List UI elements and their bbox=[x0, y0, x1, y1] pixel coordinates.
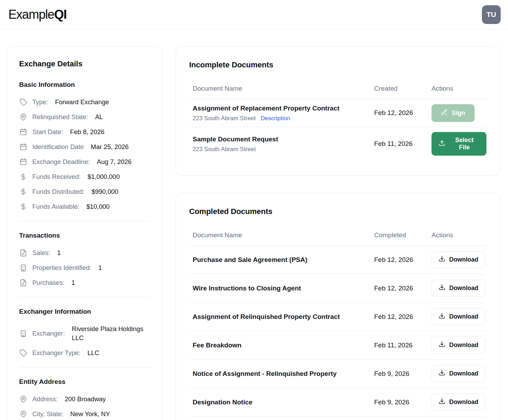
download-button-label: Download bbox=[449, 370, 478, 377]
table-row: Wire Instructions to Closing Agent Feb 1… bbox=[189, 274, 486, 303]
app-logo-bold: QI bbox=[54, 7, 67, 22]
detail-label: Start Date: bbox=[32, 127, 63, 137]
section-divider bbox=[19, 297, 150, 297]
detail-value: 1 bbox=[72, 278, 75, 287]
building-icon bbox=[19, 329, 27, 338]
download-button-label: Download bbox=[449, 285, 478, 292]
detail-item-funds-received: Funds Received: $1,000,000 bbox=[19, 172, 150, 181]
select-file-button-label: Select File bbox=[449, 137, 479, 151]
map-pin-icon bbox=[19, 410, 27, 418]
calendar-icon bbox=[19, 143, 27, 151]
document-name: Assignment of Replacement Property Contr… bbox=[193, 104, 374, 113]
detail-label: Sales: bbox=[32, 248, 50, 257]
detail-item-address: Address: 200 Broadway bbox=[19, 395, 150, 404]
upload-icon bbox=[438, 140, 445, 148]
download-button[interactable]: Download bbox=[432, 280, 485, 297]
section-heading-entity-address: Entity Address bbox=[19, 378, 150, 386]
document-name: Notice of Assignment - Relinquished Prop… bbox=[193, 369, 374, 378]
avatar[interactable]: TU bbox=[482, 5, 501, 24]
detail-value: $990,000 bbox=[91, 187, 118, 196]
document-name: Sample Document Request bbox=[193, 135, 374, 144]
document-name: Purchase and Sale Agreement (PSA) bbox=[193, 255, 374, 264]
completed-date: Feb 12, 2026 bbox=[374, 285, 432, 292]
detail-label: Identification Date bbox=[32, 142, 84, 151]
completed-documents-card: Completed Documents Document Name Comple… bbox=[176, 193, 500, 420]
document-name: Designation Notice bbox=[193, 398, 374, 407]
detail-value: Aug 7, 2026 bbox=[97, 157, 132, 166]
detail-value: Riverside Plaza Holdings LLC bbox=[72, 324, 150, 343]
detail-item-purchases: Purchases: 1 bbox=[19, 278, 150, 287]
table-row: Sample Document Request 223 South Abram … bbox=[189, 127, 486, 160]
description-link[interactable]: Description bbox=[260, 115, 290, 122]
document-name: Wire Instructions to Closing Agent bbox=[193, 284, 374, 293]
detail-value: LLC bbox=[88, 348, 99, 357]
map-pin-icon bbox=[19, 395, 27, 403]
detail-item-sales: Sales: 1 bbox=[19, 248, 150, 257]
document-address: 223 South Abram Street bbox=[193, 115, 256, 122]
completed-documents-title: Completed Documents bbox=[189, 207, 486, 216]
table-row: Purchase and Sale Agreement (PSA) Feb 12… bbox=[189, 246, 486, 274]
completed-date: Feb 12, 2026 bbox=[374, 313, 432, 321]
table-row: Designation Notice Feb 9, 2026 Download bbox=[189, 388, 486, 417]
table-header: Document Name Created Actions bbox=[189, 85, 486, 99]
detail-label: Address: bbox=[32, 395, 58, 404]
section-divider bbox=[19, 367, 150, 368]
table-row: Fee Breakdown Feb 11, 2026 Download bbox=[189, 331, 486, 360]
detail-label: Type: bbox=[32, 98, 48, 107]
detail-item-funds-distributed: Funds Distributed: $990,000 bbox=[19, 187, 150, 196]
sign-button-label: Sign bbox=[452, 109, 465, 117]
detail-label: City, State: bbox=[32, 410, 63, 419]
map-pin-icon bbox=[19, 113, 27, 121]
detail-item-properties-identified: Properties Identified: 1 bbox=[19, 263, 150, 272]
column-header-created: Created bbox=[374, 85, 432, 92]
sign-button[interactable]: Sign bbox=[432, 104, 475, 122]
incomplete-documents-title: Incomplete Documents bbox=[189, 60, 486, 69]
column-header-document-name: Document Name bbox=[193, 85, 374, 92]
detail-label: Relinquished State: bbox=[32, 113, 88, 122]
app-logo-regular: Example bbox=[8, 7, 54, 22]
created-date: Feb 12, 2026 bbox=[374, 109, 432, 117]
select-file-button[interactable]: Select File bbox=[432, 132, 486, 156]
section-heading-exchanger-information: Exchanger Information bbox=[19, 308, 150, 315]
app-logo: ExampleQI bbox=[8, 7, 66, 22]
pen-icon bbox=[441, 109, 448, 117]
column-header-actions: Actions bbox=[432, 231, 486, 239]
download-button[interactable]: Download bbox=[432, 365, 485, 382]
detail-item-city-state: City, State: New York, NY bbox=[19, 410, 150, 419]
detail-label: Exchanger: bbox=[32, 329, 65, 338]
detail-item-start-date: Start Date: Feb 8, 2026 bbox=[19, 127, 150, 137]
detail-label: Exchanger Type: bbox=[32, 348, 81, 357]
tag-icon bbox=[19, 98, 27, 106]
download-button-label: Download bbox=[449, 398, 478, 406]
detail-label: Funds Received: bbox=[32, 172, 81, 181]
detail-item-exchanger: Exchanger: Riverside Plaza Holdings LLC bbox=[19, 324, 150, 343]
document-icon bbox=[19, 279, 27, 287]
document-name: Assignment of Relinquished Property Cont… bbox=[193, 312, 374, 321]
table-header: Document Name Completed Actions bbox=[189, 231, 486, 246]
detail-item-identification-date: Identification Date Mar 25, 2026 bbox=[19, 142, 150, 151]
download-button-label: Download bbox=[449, 341, 478, 349]
document-subtitle: 223 South Abram StreetDescription bbox=[193, 115, 374, 122]
download-button[interactable]: Download bbox=[432, 394, 485, 411]
detail-label: Purchases: bbox=[32, 278, 65, 287]
detail-value: 1 bbox=[57, 248, 61, 257]
completed-date: Feb 12, 2026 bbox=[374, 256, 432, 264]
detail-item-type: Type: Forward Exchange bbox=[19, 98, 150, 107]
detail-value: Mar 25, 2026 bbox=[91, 142, 129, 151]
completed-date: Feb 11, 2026 bbox=[374, 341, 432, 349]
download-button[interactable]: Download bbox=[432, 308, 485, 325]
download-icon bbox=[438, 284, 445, 293]
dollar-icon bbox=[19, 173, 27, 181]
document-subtitle: 223 South Abram Street bbox=[193, 146, 374, 153]
dollar-icon bbox=[19, 188, 27, 196]
column-header-document-name: Document Name bbox=[193, 231, 374, 239]
detail-value: 1 bbox=[98, 263, 102, 272]
detail-value: $1,000,000 bbox=[88, 172, 120, 181]
download-button[interactable]: Download bbox=[432, 337, 485, 354]
table-row: Assignment of Relinquished Property Cont… bbox=[189, 303, 486, 331]
detail-label: Exchange Deadline: bbox=[32, 157, 90, 166]
app-header: ExampleQI TU bbox=[0, 0, 508, 30]
download-button[interactable]: Download bbox=[432, 251, 485, 268]
download-button-label: Download bbox=[449, 313, 478, 320]
completed-date: Feb 9, 2026 bbox=[374, 370, 432, 378]
